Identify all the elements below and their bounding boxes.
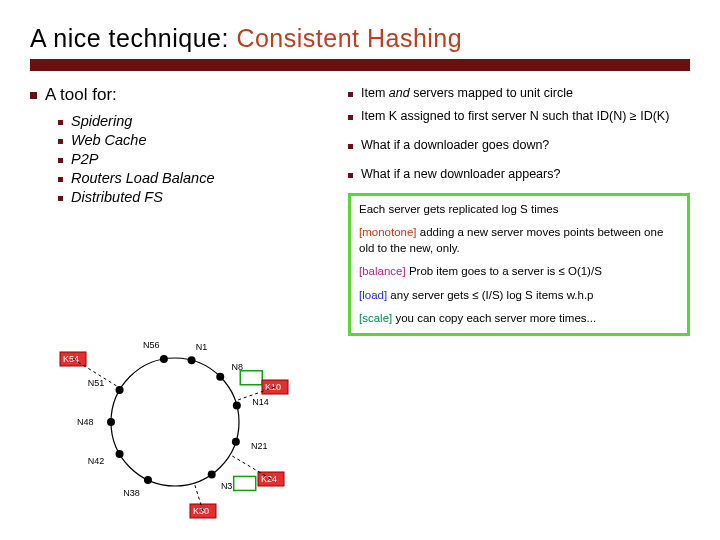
list-item: What if a downloader goes down? [348, 137, 690, 154]
svg-point-1 [160, 355, 168, 363]
svg-point-9 [232, 438, 240, 446]
list-item: Item K assigned to first server N such t… [348, 108, 690, 125]
bullet-icon [58, 120, 63, 125]
left-column: A tool for: Spidering Web Cache P2P Rout… [30, 85, 330, 336]
list-item: Item and servers mapped to unit circle [348, 85, 690, 102]
svg-text:N51: N51 [88, 378, 105, 388]
svg-text:K30: K30 [193, 506, 209, 516]
right-column: Item and servers mapped to unit circle I… [348, 85, 690, 336]
svg-rect-22 [234, 476, 256, 490]
left-item-4: Distributed FS [71, 189, 163, 205]
bullet-icon [348, 115, 353, 120]
left-sublist: Spidering Web Cache P2P Routers Load Bal… [58, 113, 330, 205]
bullet-icon [58, 158, 63, 163]
box-prop-1: [balance] Prob item goes to a server is … [359, 264, 679, 280]
list-item: P2P [58, 151, 330, 167]
svg-point-7 [233, 401, 241, 409]
list-item: What if a new downloader appears? [348, 166, 690, 183]
bullet-icon [348, 92, 353, 97]
svg-text:N21: N21 [251, 441, 268, 451]
ring-diagram: N56N1N8N14N21N32N38N42N48N51 K54K10K24K3… [40, 322, 310, 522]
svg-point-11 [208, 470, 216, 478]
content-columns: A tool for: Spidering Web Cache P2P Rout… [30, 85, 690, 336]
svg-text:N38: N38 [123, 488, 140, 498]
svg-point-15 [116, 450, 124, 458]
svg-text:N1: N1 [196, 342, 208, 352]
right-item-0: Item and servers mapped to unit circle [361, 85, 573, 102]
bullet-icon [58, 196, 63, 201]
svg-point-5 [216, 373, 224, 381]
svg-point-3 [188, 356, 196, 364]
bullet-icon [58, 139, 63, 144]
svg-text:N48: N48 [77, 417, 94, 427]
box-prop-2: [load] any server gets ≤ (I/S) log S ite… [359, 288, 679, 304]
svg-text:N56: N56 [143, 340, 160, 350]
slide-title: A nice technique: Consistent Hashing [30, 24, 690, 57]
right-item-3: What if a new downloader appears? [361, 166, 560, 183]
right-bullets: Item and servers mapped to unit circle I… [348, 85, 690, 183]
svg-text:N14: N14 [252, 397, 269, 407]
svg-text:K24: K24 [261, 474, 277, 484]
svg-point-17 [107, 418, 115, 426]
svg-text:K54: K54 [63, 354, 79, 364]
properties-box: Each server gets replicated log S times … [348, 193, 690, 336]
list-item: Distributed FS [58, 189, 330, 205]
svg-point-13 [144, 476, 152, 484]
list-item: Web Cache [58, 132, 330, 148]
bullet-icon [58, 177, 63, 182]
svg-text:K10: K10 [265, 382, 281, 392]
svg-rect-21 [240, 371, 262, 385]
svg-text:N42: N42 [88, 456, 105, 466]
bullet-icon [348, 144, 353, 149]
box-lead: Each server gets replicated log S times [359, 202, 679, 218]
left-heading: A tool for: [45, 85, 117, 105]
left-heading-row: A tool for: [30, 85, 330, 105]
title-underline [30, 59, 690, 71]
left-item-3: Routers Load Balance [71, 170, 215, 186]
box-prop-3: [scale] you can copy each server more ti… [359, 311, 679, 327]
left-item-0: Spidering [71, 113, 132, 129]
right-item-1: Item K assigned to first server N such t… [361, 108, 669, 125]
list-item: Routers Load Balance [58, 170, 330, 186]
list-item: Spidering [58, 113, 330, 129]
bullet-icon [348, 173, 353, 178]
title-accent: Consistent Hashing [236, 24, 462, 52]
bullet-icon [30, 92, 37, 99]
left-item-1: Web Cache [71, 132, 147, 148]
title-plain: A nice technique: [30, 24, 236, 52]
right-item-2: What if a downloader goes down? [361, 137, 549, 154]
left-item-2: P2P [71, 151, 98, 167]
svg-line-31 [230, 455, 271, 479]
box-prop-0: [monotone] adding a new server moves poi… [359, 225, 679, 256]
